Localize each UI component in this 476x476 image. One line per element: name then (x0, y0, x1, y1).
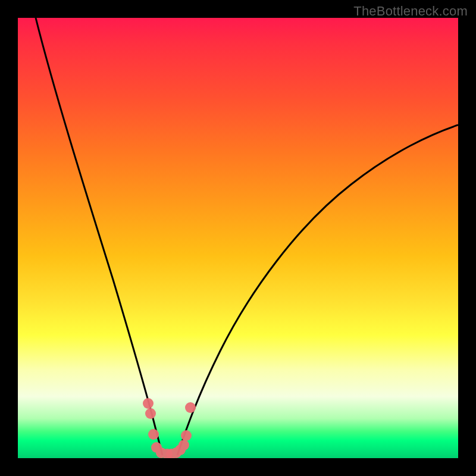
svg-point-2 (148, 429, 159, 440)
svg-point-9 (178, 440, 189, 450)
svg-point-1 (145, 408, 156, 419)
svg-point-11 (185, 402, 196, 413)
chart-svg (18, 18, 458, 458)
valley-marker-left (143, 398, 173, 458)
plot-area (18, 18, 458, 458)
svg-point-0 (143, 398, 154, 409)
svg-point-10 (181, 430, 192, 441)
right-curve (177, 125, 458, 455)
watermark-text: TheBottleneck.com (353, 4, 468, 19)
chart-frame: TheBottleneck.com (0, 0, 476, 476)
left-curve (36, 18, 162, 455)
valley-marker-right (166, 402, 196, 458)
